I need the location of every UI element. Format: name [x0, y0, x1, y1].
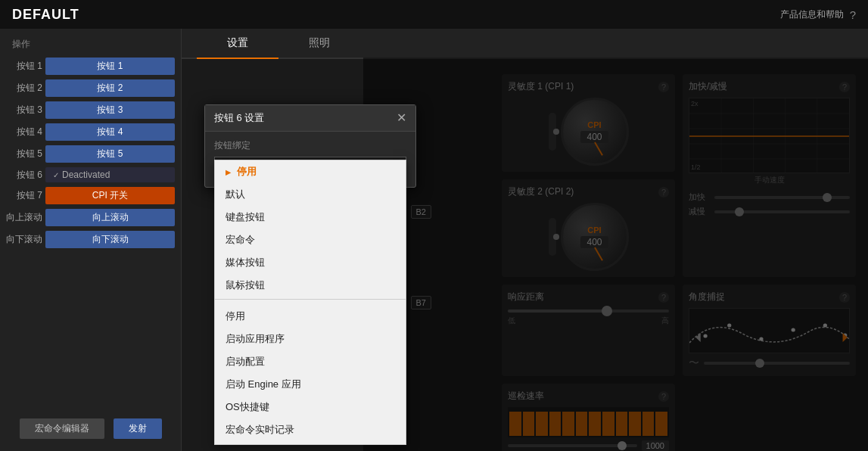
dropdown-item-disable2[interactable]: 停用 — [215, 305, 406, 328]
button-2-action[interactable]: 按钮 2 — [45, 79, 175, 97]
dropdown-item-launch-engine[interactable]: 启动 Engine 应用 — [215, 373, 406, 396]
dropdown-menu: 停用 默认 键盘按钮 宏命令 媒体按钮 鼠标按钮 停用 启动应用程序 启动配置 … — [214, 160, 406, 445]
sidebar-row-label: 按钮 6 — [6, 169, 42, 182]
dropdown-item-launch-app[interactable]: 启动应用程序 — [215, 328, 406, 350]
list-item: 向下滚动 向下滚动 — [0, 229, 181, 250]
dialog-overlay — [363, 58, 868, 451]
list-item: 按钮 3 按钮 3 — [0, 99, 181, 121]
deactivated-icon: ✓ — [53, 171, 59, 179]
sidebar-row-label: 向上滚动 — [6, 211, 42, 224]
button-4-action[interactable]: 按钮 4 — [45, 123, 175, 141]
sidebar-row-label: 按钮 4 — [6, 126, 42, 138]
button-5-action[interactable]: 按钮 5 — [45, 145, 175, 163]
dialog-header: 按钮 6 设置 ✕ — [205, 105, 415, 132]
button-3-action[interactable]: 按钮 3 — [45, 101, 175, 119]
deactivated-label: Deactivated — [62, 170, 110, 180]
button-6-action[interactable]: ✓ Deactivated — [45, 167, 175, 182]
dialog-title: 按钮 6 设置 — [214, 111, 264, 125]
sidebar-row-label: 按钮 5 — [6, 148, 42, 160]
dropdown-item-launch-config[interactable]: 启动配置 — [215, 350, 406, 373]
button-1-action[interactable]: 按钮 1 — [45, 58, 175, 75]
list-item: 向上滚动 向上滚动 — [0, 207, 181, 229]
dialog-close-button[interactable]: ✕ — [397, 112, 406, 124]
scroll-down-action[interactable]: 向下滚动 — [45, 231, 175, 248]
scroll-up-action[interactable]: 向上滚动 — [45, 209, 175, 226]
tab-settings[interactable]: 设置 — [197, 29, 278, 59]
dropdown-item-disabled[interactable]: 停用 — [215, 160, 406, 183]
dropdown-section2: 停用 启动应用程序 启动配置 启动 Engine 应用 OS快捷键 宏命令实时记… — [215, 302, 406, 444]
dropdown-item-os-shortcut[interactable]: OS快捷键 — [215, 396, 406, 418]
sidebar-row-label: 向下滚动 — [6, 233, 42, 246]
header: DEFAULT 产品信息和帮助 ? — [0, 0, 868, 29]
button-7-action[interactable]: CPI 开关 — [45, 187, 175, 204]
help-icon[interactable]: ? — [850, 8, 856, 21]
dropdown-section1: 停用 默认 键盘按钮 宏命令 媒体按钮 鼠标按钮 — [215, 160, 406, 297]
sidebar-row-label: 按钮 1 — [6, 60, 42, 73]
dialog-bind-label: 按钮绑定 — [214, 139, 406, 152]
sidebar-row-label: 按钮 3 — [6, 104, 42, 117]
macro-editor-button[interactable]: 宏命令编辑器 — [20, 418, 104, 439]
sidebar: 操作 按钮 1 按钮 1 按钮 2 按钮 2 按钮 3 按钮 3 按钮 4 按钮… — [0, 29, 182, 451]
tab-bar: 设置 照明 — [182, 29, 868, 59]
list-item: 按钮 7 CPI 开关 — [0, 185, 181, 207]
list-item: 按钮 5 按钮 5 — [0, 143, 181, 165]
list-item: 按钮 6 ✓ Deactivated — [0, 165, 181, 185]
sidebar-row-label: 按钮 2 — [6, 82, 42, 95]
dropdown-item-macro-live[interactable]: 宏命令实时记录 — [215, 418, 406, 441]
dropdown-item-media[interactable]: 媒体按钮 — [215, 251, 406, 274]
help-link[interactable]: 产品信息和帮助 — [780, 8, 844, 21]
main-content: 设置 照明 — [182, 29, 868, 451]
dropdown-item-macro[interactable]: 宏命令 — [215, 229, 406, 251]
list-item: 按钮 1 按钮 1 — [0, 55, 181, 77]
fire-button[interactable]: 发射 — [114, 418, 162, 439]
list-item: 按钮 2 按钮 2 — [0, 77, 181, 99]
sidebar-row-label: 按钮 7 — [6, 189, 42, 202]
tab-lighting[interactable]: 照明 — [278, 29, 360, 59]
dropdown-divider — [215, 299, 406, 300]
list-item: 按钮 4 按钮 4 — [0, 121, 181, 143]
button6-dialog: 按钮 6 设置 ✕ 按钮绑定 ▸ 停用 停用 默认 键盘按钮 — [204, 104, 416, 188]
dropdown-item-mouse[interactable]: 鼠标按钮 — [215, 274, 406, 297]
dropdown-item-default[interactable]: 默认 — [215, 183, 406, 206]
dialog-body: 按钮绑定 ▸ 停用 停用 默认 键盘按钮 宏命令 媒体按钮 鼠标 — [205, 132, 415, 187]
dropdown-item-keyboard[interactable]: 键盘按钮 — [215, 206, 406, 229]
page-title: DEFAULT — [12, 7, 79, 23]
app-container: DEFAULT 产品信息和帮助 ? 操作 按钮 1 按钮 1 按钮 2 按钮 2… — [0, 0, 868, 451]
header-right: 产品信息和帮助 ? — [780, 8, 856, 21]
sidebar-footer: 宏命令编辑器 发射 — [0, 418, 181, 439]
sidebar-section-label: 操作 — [0, 35, 181, 55]
